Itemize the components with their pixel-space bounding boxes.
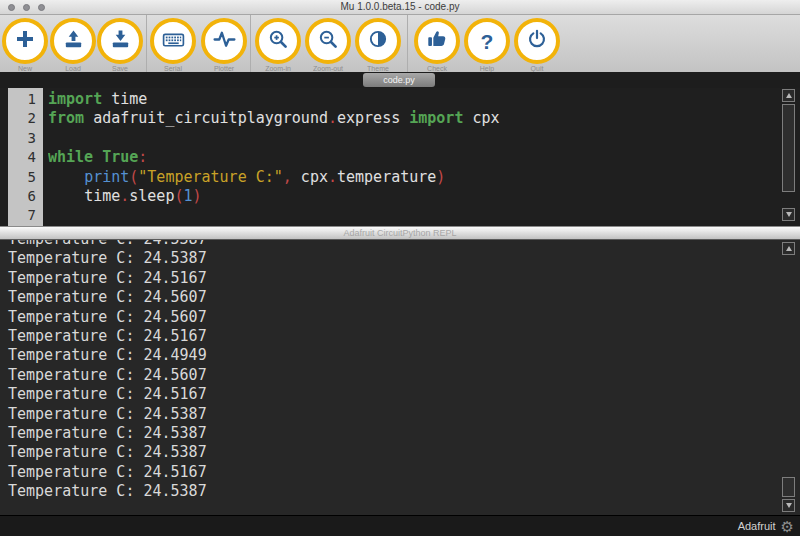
serial-button-label: Serial bbox=[150, 65, 196, 72]
code-editor[interactable]: 1234567 import timefrom adafruit_circuit… bbox=[0, 88, 800, 226]
plus-icon bbox=[13, 27, 37, 55]
tab-bar: code.py bbox=[0, 72, 800, 88]
serial-scroll-up-button[interactable] bbox=[782, 242, 795, 255]
line-number: 5 bbox=[8, 168, 43, 187]
serial-line: Temperature C: 24.5387 bbox=[8, 424, 800, 443]
plotter-button[interactable] bbox=[201, 18, 247, 64]
arrow-down-icon bbox=[786, 212, 792, 217]
line-number: 7 bbox=[8, 206, 43, 225]
keyboard-icon bbox=[161, 27, 186, 56]
help-button[interactable]: ? bbox=[464, 18, 510, 64]
code-lines: import timefrom adafruit_circuitplaygrou… bbox=[48, 88, 778, 226]
serial-line: Temperature C: 24.5387 bbox=[8, 240, 800, 249]
serial-line: Temperature C: 24.5607 bbox=[8, 308, 800, 327]
new-button-label: New bbox=[2, 65, 48, 72]
window-title: Mu 1.0.0.beta.15 - code.py bbox=[0, 1, 800, 12]
gear-icon[interactable]: ⚙ bbox=[781, 519, 794, 534]
serial-lines: Temperature C: 24.5387Temperature C: 24.… bbox=[8, 240, 800, 501]
code-line bbox=[48, 129, 778, 148]
serial-line: Temperature C: 24.5387 bbox=[8, 443, 800, 462]
editor-scroll-down-button[interactable] bbox=[782, 208, 795, 221]
line-number: 4 bbox=[8, 148, 43, 167]
code-line bbox=[48, 206, 778, 225]
theme-button[interactable] bbox=[355, 18, 401, 64]
new-button[interactable] bbox=[2, 18, 48, 64]
contrast-circle-icon bbox=[367, 28, 389, 54]
serial-line: Temperature C: 24.5387 bbox=[8, 249, 800, 268]
toolbar-divider bbox=[407, 15, 408, 72]
serial-button[interactable] bbox=[150, 18, 196, 64]
quit-button-label: Quit bbox=[514, 65, 560, 72]
magnifier-minus-icon bbox=[317, 28, 340, 55]
toolbar-divider bbox=[146, 15, 147, 72]
serial-line: Temperature C: 24.5167 bbox=[8, 269, 800, 288]
save-button[interactable] bbox=[97, 18, 143, 64]
mode-label-adafruit: Adafruit bbox=[738, 520, 776, 532]
serial-scrollbar-thumb[interactable] bbox=[782, 477, 795, 497]
line-number: 6 bbox=[8, 187, 43, 206]
line-number: 3 bbox=[8, 129, 43, 148]
serial-line: Temperature C: 24.5167 bbox=[8, 327, 800, 346]
pane-splitter[interactable]: Adafruit CircuitPython REPL bbox=[0, 226, 800, 240]
code-line: from adafruit_circuitplayground.express … bbox=[48, 109, 778, 128]
toolbar: New Load Save bbox=[0, 15, 800, 72]
line-number: 1 bbox=[8, 90, 43, 109]
plotter-button-label: Plotter bbox=[201, 65, 247, 72]
code-line: time.sleep(1) bbox=[48, 187, 778, 206]
serial-line: Temperature C: 24.5607 bbox=[8, 366, 800, 385]
load-button[interactable] bbox=[50, 18, 96, 64]
title-bar: Mu 1.0.0.beta.15 - code.py bbox=[0, 0, 800, 15]
zoom-in-button[interactable] bbox=[255, 18, 301, 64]
quit-button[interactable] bbox=[514, 18, 560, 64]
line-number-gutter: 1234567 bbox=[8, 88, 43, 226]
magnifier-plus-icon bbox=[267, 28, 290, 55]
serial-scroll-down-button[interactable] bbox=[782, 499, 795, 512]
download-icon bbox=[109, 28, 132, 55]
zoom-in-button-label: Zoom-in bbox=[255, 65, 301, 72]
mu-editor-window: Mu 1.0.0.beta.15 - code.py New Load Save bbox=[0, 0, 800, 536]
tab-codepy[interactable]: code.py bbox=[363, 73, 435, 87]
question-mark-icon: ? bbox=[481, 31, 494, 52]
check-button[interactable] bbox=[414, 18, 460, 64]
status-bar: Adafruit ⚙ bbox=[0, 515, 800, 536]
code-line: import time bbox=[48, 90, 778, 109]
serial-line: Temperature C: 24.5387 bbox=[8, 405, 800, 424]
pulse-waveform-icon bbox=[212, 27, 237, 56]
thumbs-up-icon bbox=[426, 28, 448, 54]
code-line: while True: bbox=[48, 148, 778, 167]
zoom-out-button[interactable] bbox=[305, 18, 351, 64]
arrow-up-icon bbox=[786, 246, 792, 251]
toolbar-divider bbox=[250, 15, 251, 72]
editor-scrollbar-thumb[interactable] bbox=[782, 104, 795, 192]
code-line: print("Temperature C:", cpx.temperature) bbox=[48, 168, 778, 187]
line-number: 2 bbox=[8, 109, 43, 128]
zoom-out-button-label: Zoom-out bbox=[305, 65, 351, 72]
arrow-up-icon bbox=[786, 93, 792, 98]
load-button-label: Load bbox=[50, 65, 96, 72]
upload-icon bbox=[62, 28, 85, 55]
serial-line: Temperature C: 24.5387 bbox=[8, 482, 800, 501]
editor-scroll-up-button[interactable] bbox=[782, 89, 795, 102]
theme-button-label: Theme bbox=[355, 65, 401, 72]
serial-line: Temperature C: 24.5167 bbox=[8, 463, 800, 482]
check-button-label: Check bbox=[414, 65, 460, 72]
arrow-down-icon bbox=[786, 503, 792, 508]
serial-line: Temperature C: 24.5607 bbox=[8, 288, 800, 307]
serial-output-pane[interactable]: Temperature C: 24.5387Temperature C: 24.… bbox=[0, 240, 800, 515]
power-icon bbox=[526, 28, 548, 54]
serial-line: Temperature C: 24.5167 bbox=[8, 385, 800, 404]
help-button-label: Help bbox=[464, 65, 510, 72]
splitter-label: Adafruit CircuitPython REPL bbox=[0, 227, 800, 239]
save-button-label: Save bbox=[97, 65, 143, 72]
serial-line: Temperature C: 24.4949 bbox=[8, 346, 800, 365]
